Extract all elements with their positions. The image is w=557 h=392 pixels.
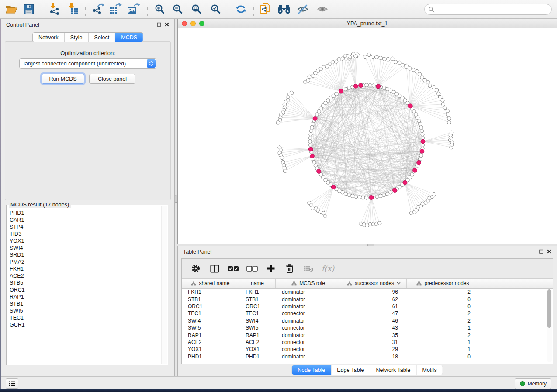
table-cell[interactable]: SWI5 — [182, 325, 239, 331]
table-cell[interactable]: connector — [276, 339, 341, 345]
tab-node-table[interactable]: Node Table — [292, 365, 331, 375]
search-input[interactable] — [435, 7, 551, 13]
mcds-result-item[interactable]: FKH1 — [10, 265, 161, 272]
table-cell[interactable]: SWI4 — [182, 318, 239, 324]
export-network-button[interactable] — [90, 2, 106, 17]
settings-gear-icon[interactable] — [190, 263, 201, 274]
network-graph-canvas[interactable] — [178, 28, 557, 244]
network-window-titlebar[interactable]: YPA_prune.txt_1 — [178, 19, 557, 28]
export-table-button[interactable] — [107, 2, 123, 17]
mcds-result-item[interactable]: PMA2 — [10, 258, 161, 265]
table-cell[interactable]: 96 — [341, 289, 407, 295]
optimization-criterion-select[interactable]: largest connected component (undirected) — [19, 58, 156, 69]
minimize-window-icon[interactable] — [190, 21, 196, 26]
mcds-result-item[interactable]: SWI4 — [10, 244, 161, 251]
table-cell[interactable]: 2 — [407, 310, 479, 316]
select-all-icon[interactable] — [228, 263, 239, 274]
table-cell[interactable]: connector — [276, 346, 341, 352]
close-panel-icon[interactable] — [547, 249, 551, 254]
table-cell[interactable]: 47 — [341, 310, 407, 316]
table-cell[interactable]: dominator — [276, 354, 341, 360]
table-scrollbar-thumb[interactable] — [547, 289, 551, 328]
float-panel-icon[interactable] — [157, 22, 161, 27]
mcds-result-item[interactable]: SRD1 — [10, 251, 161, 258]
table-cell[interactable]: 43 — [341, 325, 407, 331]
table-cell[interactable]: 0 — [407, 303, 479, 309]
column-header-predecessor-nodes[interactable]: predecessor nodes — [407, 279, 479, 288]
run-mcds-button[interactable]: Run MCDS — [42, 74, 84, 84]
table-cell[interactable]: STB1 — [239, 296, 276, 303]
tab-network-table[interactable]: Network Table — [370, 365, 417, 375]
table-cell[interactable]: connector — [276, 325, 341, 331]
table-cell[interactable]: dominator — [276, 303, 341, 309]
mcds-result-item[interactable]: STP4 — [10, 224, 161, 230]
zoom-fit-button[interactable] — [189, 2, 204, 17]
search-binoculars-button[interactable] — [276, 2, 292, 17]
table-cell[interactable]: SWI4 — [239, 318, 276, 324]
table-cell[interactable]: YOX1 — [182, 346, 239, 352]
table-row[interactable]: TEC1TEC1connector472 — [182, 310, 553, 317]
import-network-button[interactable] — [47, 2, 62, 17]
table-cell[interactable]: TEC1 — [239, 310, 276, 316]
tab-select[interactable]: Select — [89, 33, 116, 42]
duplicate-network-button[interactable] — [257, 2, 273, 17]
table-row[interactable]: SWI4SWI4dominator462 — [182, 317, 553, 324]
table-cell[interactable]: 1 — [407, 325, 479, 331]
table-cell[interactable]: 62 — [341, 296, 407, 303]
show-eye-button[interactable] — [315, 2, 330, 17]
refresh-button[interactable] — [233, 2, 249, 17]
table-cell[interactable]: TEC1 — [182, 310, 239, 316]
table-cell[interactable]: PHD1 — [239, 354, 276, 360]
column-header-successor-nodes[interactable]: successor nodes — [341, 279, 407, 288]
mcds-result-item[interactable]: ORC1 — [10, 286, 161, 293]
table-row[interactable]: PHD1PHD1dominator180 — [182, 353, 553, 360]
mcds-result-item[interactable]: SWI5 — [10, 307, 161, 314]
table-cell[interactable]: dominator — [276, 296, 341, 303]
open-file-button[interactable] — [3, 2, 19, 17]
table-row[interactable]: ACE2ACE2connector311 — [182, 339, 553, 346]
import-table-button[interactable] — [65, 2, 81, 17]
table-scrollbar[interactable] — [547, 289, 552, 362]
table-row[interactable]: ORC1ORC1dominator610 — [182, 303, 553, 310]
table-cell[interactable]: dominator — [276, 318, 341, 324]
table-cell[interactable]: 35 — [341, 332, 407, 338]
table-cell[interactable]: RAP1 — [239, 332, 276, 338]
table-cell[interactable]: SWI5 — [239, 325, 276, 331]
column-header-MCDS-role[interactable]: MCDS role — [276, 279, 341, 288]
mcds-result-item[interactable]: ACE2 — [10, 272, 161, 279]
table-row[interactable]: SWI5SWI5connector431 — [182, 324, 553, 331]
column-header-name[interactable]: name — [239, 279, 276, 288]
table-cell[interactable]: 1 — [407, 339, 479, 345]
tab-mcds[interactable]: MCDS — [115, 33, 143, 42]
table-cell[interactable]: 29 — [341, 346, 407, 352]
table-cell[interactable]: 2 — [407, 289, 479, 295]
mcds-result-item[interactable]: CAR1 — [10, 217, 161, 224]
mcds-result-item[interactable]: RAP1 — [10, 293, 161, 300]
tab-network[interactable]: Network — [33, 33, 65, 42]
table-cell[interactable]: 2 — [407, 332, 479, 338]
close-window-icon[interactable] — [182, 21, 187, 26]
table-row[interactable]: FKH1FKH1dominator962 — [182, 289, 553, 296]
table-cell[interactable]: ACE2 — [239, 339, 276, 345]
table-row[interactable]: RAP1RAP1dominator352 — [182, 331, 553, 338]
table-cell[interactable]: 0 — [407, 296, 479, 303]
delete-column-icon[interactable] — [284, 263, 295, 274]
mcds-result-item[interactable]: YOX1 — [10, 237, 161, 244]
zoom-selected-button[interactable] — [208, 2, 224, 17]
hide-selected-button[interactable] — [295, 2, 311, 17]
mcds-list-scrollbar[interactable] — [161, 206, 167, 364]
tab-style[interactable]: Style — [65, 33, 89, 42]
mcds-result-item[interactable]: TEC1 — [10, 314, 161, 321]
table-cell[interactable]: connector — [276, 310, 341, 316]
zoom-in-button[interactable] — [152, 2, 168, 17]
table-cell[interactable]: ORC1 — [239, 303, 276, 309]
tab-motifs[interactable]: Motifs — [416, 365, 442, 375]
table-cell[interactable]: 2 — [407, 318, 479, 324]
mcds-result-item[interactable]: STB1 — [10, 300, 161, 307]
mcds-result-item[interactable]: PHD1 — [10, 210, 161, 217]
table-cell[interactable]: FKH1 — [182, 289, 239, 295]
zoom-out-button[interactable] — [170, 2, 186, 17]
deselect-all-icon[interactable] — [246, 263, 258, 274]
table-cell[interactable]: 1 — [407, 346, 479, 352]
zoom-window-icon[interactable] — [199, 21, 204, 26]
